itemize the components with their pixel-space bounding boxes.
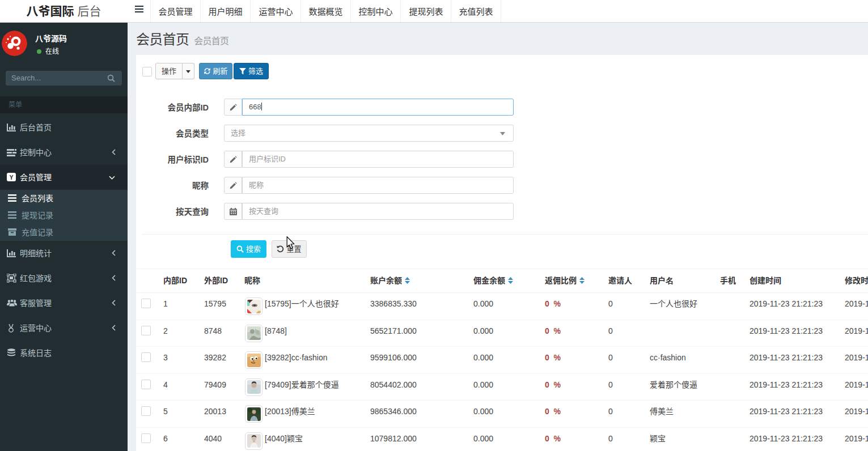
- svg-text:Y: Y: [10, 175, 14, 181]
